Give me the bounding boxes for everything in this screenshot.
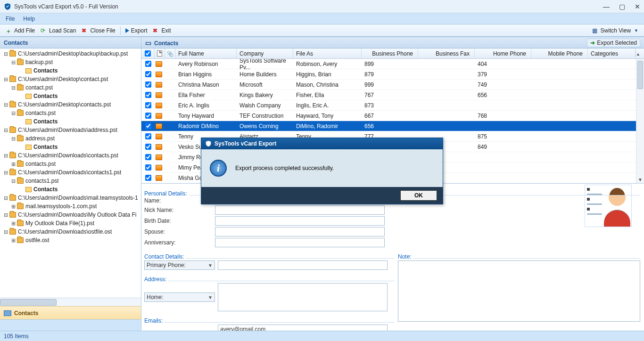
col-categories[interactable]: Categories <box>588 49 636 58</box>
row-checkbox[interactable] <box>145 92 151 98</box>
tree-toggle-icon[interactable]: ⊟ <box>10 85 16 91</box>
tree-node[interactable]: ⊟contact.pst <box>0 83 141 92</box>
col-attachment[interactable] <box>165 49 175 58</box>
tree-toggle-icon[interactable]: ⊟ <box>3 170 8 176</box>
tree-toggle-icon[interactable]: ⊟ <box>10 136 16 142</box>
add-file-button[interactable]: ＋Add File <box>3 26 38 35</box>
row-checkbox[interactable] <box>145 71 151 77</box>
menu-file[interactable]: File <box>6 16 15 22</box>
col-business-phone[interactable]: Business Phone <box>362 49 418 58</box>
tree-toggle-icon[interactable]: ⊞ <box>10 220 16 227</box>
tree-node[interactable]: ⊟contacts1.pst <box>0 177 141 185</box>
row-checkbox[interactable] <box>145 113 151 119</box>
tree-node[interactable]: ⊟C:\Users\admin\Downloads\My Outlook Dat… <box>0 211 141 219</box>
tree-node[interactable]: ⊟C:\Users\admin\Desktop\backup\backup.ps… <box>0 49 141 58</box>
tree-node[interactable]: ⊞mail.teamsystools-1.com.pst <box>0 202 141 211</box>
table-row[interactable]: Radomir DiMinoOwens CorningDiMino, Radom… <box>141 121 644 131</box>
switch-view-button[interactable]: ▦Switch View▼ <box>589 26 641 35</box>
table-row[interactable]: Ella FisherKings BakeryFisher, Ella76765… <box>141 90 644 100</box>
tree-node[interactable]: ⊟C:\Users\admin\Downloads\ostfile.ost <box>0 227 141 236</box>
tree-toggle-icon[interactable]: ⊟ <box>10 59 16 65</box>
tree-toggle-icon[interactable]: ⊞ <box>10 237 16 244</box>
birth-date-input[interactable] <box>215 216 385 226</box>
emails-input[interactable] <box>218 325 388 331</box>
table-row[interactable]: Brian HigginsHome BuildersHiggins, Brian… <box>141 69 644 80</box>
primary-phone-input[interactable] <box>218 260 388 270</box>
row-checkbox[interactable] <box>145 133 151 139</box>
tree-toggle-icon[interactable]: ⊟ <box>3 51 8 57</box>
table-row[interactable]: Eric A. InglisWalsh CompanyInglis, Eric … <box>141 100 644 111</box>
menu-help[interactable]: Help <box>23 16 35 22</box>
tree-toggle-icon[interactable]: ⊟ <box>3 102 8 108</box>
tree-node[interactable]: Contacts <box>0 185 141 194</box>
address-type-dropdown[interactable]: Home:▼ <box>144 292 215 302</box>
row-checkbox[interactable] <box>145 144 151 150</box>
tree-toggle-icon[interactable]: ⊟ <box>3 229 8 235</box>
tree-node[interactable]: Contacts <box>0 143 141 151</box>
tree-node[interactable]: ⊟contacts.pst <box>0 109 141 117</box>
col-file-as[interactable]: File As <box>293 49 362 58</box>
col-company[interactable]: Company <box>237 49 293 58</box>
tree-node-label: mail.teamsystools-1.com.pst <box>25 203 97 210</box>
tree-toggle-icon[interactable]: ⊞ <box>10 203 16 210</box>
tree-node[interactable]: Contacts <box>0 66 141 75</box>
table-row[interactable]: Tony HaywardTEF ConstructionHayward, Ton… <box>141 111 644 121</box>
address-input[interactable] <box>218 283 388 311</box>
row-checkbox[interactable] <box>145 154 151 160</box>
export-selected-button[interactable]: ➜Export Selected <box>587 39 640 47</box>
tree-toggle-icon[interactable]: ⊞ <box>10 161 16 167</box>
tree-toggle-icon[interactable]: ⊟ <box>3 195 8 201</box>
nick-name-input[interactable] <box>215 205 385 215</box>
anniversary-input[interactable] <box>215 238 385 247</box>
tree-node[interactable]: ⊟C:\Users\admin\Desktop\contacts.pst <box>0 100 141 109</box>
tree-node[interactable]: ⊟C:\Users\admin\Downloads\address.pst <box>0 126 141 134</box>
tree-node[interactable]: ⊞My Outlook Data File(1).pst <box>0 219 141 227</box>
col-home-phone[interactable]: Home Phone <box>475 49 531 58</box>
load-scan-button[interactable]: ⟳Load Scan <box>38 26 79 35</box>
row-checkbox[interactable] <box>145 175 151 181</box>
row-checkbox[interactable] <box>145 61 151 67</box>
vertical-scrollbar[interactable]: ▼ <box>636 59 644 183</box>
horizontal-scrollbar[interactable] <box>0 298 141 306</box>
tree-node[interactable]: Contacts <box>0 117 141 126</box>
table-row[interactable]: Avery RobinsonSysTools Software Pv...Rob… <box>141 59 644 69</box>
col-checkbox[interactable] <box>141 49 155 58</box>
tree-node-label: contacts.pst <box>25 110 56 116</box>
close-button[interactable]: ✕ <box>635 3 640 10</box>
row-checkbox[interactable] <box>145 123 151 129</box>
tree-toggle-icon[interactable]: ⊟ <box>10 110 16 116</box>
tree-node[interactable]: ⊟C:\Users\admin\Downloads\contacts.pst <box>0 151 141 160</box>
ok-button[interactable]: OK <box>400 190 437 201</box>
contacts-nav-bar[interactable]: Contacts <box>0 306 141 319</box>
tree-node[interactable]: Contacts <box>0 92 141 100</box>
tree-node[interactable]: ⊟C:\Users\admin\Desktop\contact.pst <box>0 75 141 83</box>
table-row[interactable]: Christina MasonMicrosoftMason, Christina… <box>141 80 644 90</box>
tree-node[interactable]: ⊞contacts.pst <box>0 160 141 168</box>
tree-toggle-icon[interactable]: ⊟ <box>3 212 8 218</box>
tree-node[interactable]: ⊟C:\Users\admin\Downloads\contacts1.pst <box>0 168 141 177</box>
tree-toggle-icon[interactable]: ⊟ <box>10 178 16 184</box>
tree-toggle-icon[interactable]: ⊟ <box>3 127 8 133</box>
tree-node[interactable]: ⊞ostfile.ost <box>0 236 141 244</box>
row-checkbox[interactable] <box>145 81 151 88</box>
tree-node[interactable]: ⊟address.pst <box>0 134 141 143</box>
row-checkbox[interactable] <box>145 102 151 108</box>
tree-node[interactable]: ⊟C:\Users\admin\Downloads\mail.teamsysto… <box>0 194 141 202</box>
note-input[interactable] <box>398 260 640 322</box>
export-button[interactable]: Export <box>123 26 150 35</box>
col-doc-icon[interactable] <box>155 49 165 58</box>
close-file-button[interactable]: ✖Close File <box>79 26 118 35</box>
maximize-button[interactable]: ▢ <box>619 3 625 10</box>
primary-phone-dropdown[interactable]: Primary Phone:▼ <box>144 260 215 270</box>
spouse-input[interactable] <box>215 227 385 236</box>
tree-toggle-icon[interactable]: ⊟ <box>3 76 8 82</box>
col-full-name[interactable]: Full Name <box>175 49 237 58</box>
minimize-button[interactable]: — <box>603 3 610 10</box>
col-business-fax[interactable]: Business Fax <box>418 49 475 58</box>
tree-node[interactable]: ⊟backup.pst <box>0 58 141 66</box>
col-mobile-phone[interactable]: Mobile Phone <box>531 49 588 58</box>
row-checkbox[interactable] <box>145 164 151 170</box>
exit-button[interactable]: ✖Exit <box>150 26 173 35</box>
tree-toggle-icon[interactable]: ⊟ <box>3 153 8 159</box>
tree-view[interactable]: ⊟C:\Users\admin\Desktop\backup\backup.ps… <box>0 49 141 298</box>
